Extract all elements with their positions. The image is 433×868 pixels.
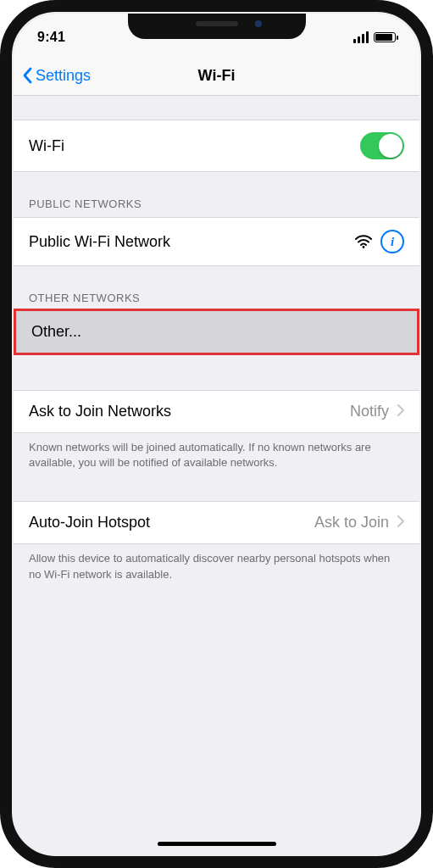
svg-point-0 [363,246,365,248]
volume-up-button [8,190,12,242]
ask-to-join-label: Ask to Join Networks [29,403,171,420]
auto-join-hotspot-row[interactable]: Auto-Join Hotspot Ask to Join [14,501,419,544]
auto-join-label: Auto-Join Hotspot [29,514,150,531]
back-button[interactable]: Settings [22,67,91,85]
other-network-row[interactable]: Other... [14,309,419,355]
status-time: 9:41 [37,30,65,45]
chevron-right-icon [397,403,404,420]
network-info-button[interactable]: i [380,230,404,253]
battery-icon [374,32,396,42]
power-button [421,203,425,285]
public-networks-header: PUBLIC NETWORKS [14,198,419,217]
chevron-right-icon [397,514,404,531]
wifi-toggle-row[interactable]: Wi-Fi [14,120,419,172]
mute-switch [8,147,12,176]
ask-to-join-row[interactable]: Ask to Join Networks Notify [14,390,419,433]
cellular-signal-icon [353,31,369,43]
navigation-bar: Settings Wi-Fi [14,56,419,96]
iphone-frame: 9:41 Settings Wi-Fi Wi-Fi [0,0,433,868]
back-label: Settings [36,67,91,85]
auto-join-value: Ask to Join [314,514,389,531]
device-notch [128,14,306,39]
wifi-toggle-label: Wi-Fi [29,137,64,155]
home-indicator[interactable] [158,842,276,846]
ask-to-join-value: Notify [350,403,389,420]
volume-down-button [8,254,12,307]
public-network-row[interactable]: Public Wi-Fi Network i [14,217,419,266]
chevron-left-icon [22,67,32,84]
wifi-signal-icon [355,235,372,248]
other-network-label: Other... [31,323,81,341]
ask-to-join-footer: Known networks will be joined automatica… [14,433,419,470]
network-name: Public Wi-Fi Network [29,233,170,251]
auto-join-footer: Allow this device to automatically disco… [14,544,419,581]
wifi-toggle-switch[interactable] [360,132,404,159]
